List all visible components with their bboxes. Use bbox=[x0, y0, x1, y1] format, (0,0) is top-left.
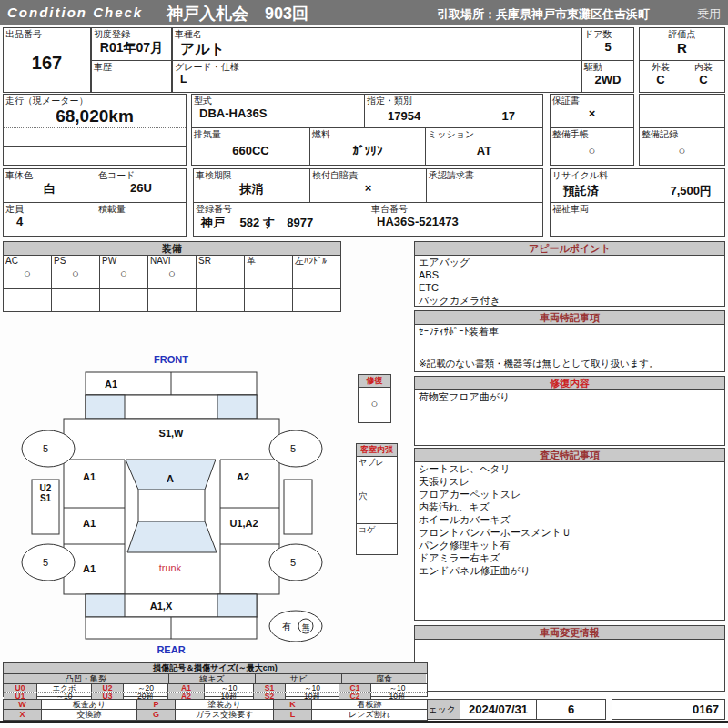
maintenance-record-box: 整備記録 ○ bbox=[639, 94, 725, 166]
pickup-location: 引取場所：兵庫県神戸市東灘区住吉浜町 bbox=[437, 6, 650, 23]
model-name-box: 車種名 アルト グレード・仕様 L bbox=[172, 27, 581, 93]
assessment-line: エンドパネル修正曲がり bbox=[415, 564, 724, 577]
insurance-label: 検付自賠責 bbox=[310, 169, 426, 181]
equip-mark-pw: ○ bbox=[100, 267, 147, 280]
registration-number-label: 登録番号 bbox=[194, 203, 369, 215]
bottom-rule bbox=[0, 721, 728, 723]
first-registration-label: 初度登録 bbox=[92, 28, 171, 40]
body-color-label: 車体色 bbox=[4, 169, 96, 181]
inspection-value: 抹消 bbox=[194, 181, 309, 197]
mark-left-strip-s1: S1 bbox=[40, 493, 52, 503]
lot-number-label: 出品番号 bbox=[4, 28, 90, 40]
mark-wheel-front-right: 5 bbox=[290, 443, 296, 454]
doors-drive-box: ドア数 5 駆動 2WD bbox=[581, 27, 634, 93]
insurance-value: × bbox=[310, 181, 426, 195]
condition-check-sheet: Condition Check 神戸入札会 903回 引取場所：兵庫県神戸市東灘… bbox=[0, 0, 728, 728]
assessment-line: ドアミラー右キズ bbox=[415, 551, 724, 564]
registration-number-value: 神戸 582 す 8977 bbox=[194, 215, 369, 231]
vehicle-class: 乗用 bbox=[697, 6, 721, 23]
spec-box: 型式 DBA-HA36S 指定・類別 17954 17 排気量 660CC 燃料… bbox=[191, 94, 543, 166]
recycle-box: リサイクル料 預託済 7,500円 福祉車両 bbox=[550, 168, 725, 237]
equip-mark-ps: ○ bbox=[52, 267, 99, 280]
grade-label: グレード・仕様 bbox=[173, 61, 581, 73]
chassis-number-value: HA36S-521473 bbox=[369, 215, 542, 228]
mark-wheel-front-left: 5 bbox=[43, 443, 48, 454]
score-value: R bbox=[640, 40, 724, 56]
header-bar: Condition Check 神戸入札会 903回 引取場所：兵庫県神戸市東灘… bbox=[0, 0, 728, 25]
damage-legend-title: 損傷記号＆損傷サイズ(～最大cm) bbox=[4, 663, 427, 674]
legend-code: C1 bbox=[339, 684, 371, 692]
interior-label: 内装 bbox=[682, 61, 724, 73]
spare-present-label: 有 bbox=[282, 622, 291, 632]
mark-left-fender: A1 bbox=[83, 471, 96, 482]
displacement-value: 660CC bbox=[192, 144, 309, 157]
chassis-number-label: 車台番号 bbox=[369, 203, 542, 215]
mileage-label: 走行（現メーター） bbox=[4, 95, 186, 106]
fuel-label: 燃料 bbox=[310, 128, 425, 140]
code-desc: 看板跡 bbox=[312, 700, 427, 709]
warranty-box: 保証書 × 整備手帳 ○ bbox=[550, 94, 634, 166]
equip-mark-navi: ○ bbox=[148, 267, 196, 280]
code-letter: K bbox=[274, 700, 312, 709]
code-letter: P bbox=[137, 700, 176, 709]
capacity-label: 定員 bbox=[4, 203, 96, 215]
legend-desc: ～10 bbox=[205, 684, 254, 692]
transmission-value: AT bbox=[426, 144, 542, 157]
code-letter: G bbox=[137, 710, 176, 720]
vehicle-changes-title: 車両変更情報 bbox=[415, 626, 724, 640]
color-code-label: 色コード bbox=[96, 169, 186, 181]
vehicle-notes-footer: ※記載のない書類・機器等は無しとして取り扱います。 bbox=[415, 357, 662, 369]
drive-label: 駆動 bbox=[582, 61, 633, 73]
vehicle-changes-panel: 車両変更情報 bbox=[414, 625, 725, 692]
transmission-label: ミッション bbox=[426, 128, 542, 140]
model-name-label: 車種名 bbox=[173, 28, 581, 40]
legend-code: U0 bbox=[4, 684, 37, 692]
code-desc: レンズ割れ bbox=[312, 710, 427, 720]
damage-codes-table: W 板金あり P 塗装あり K 看板跡 X 交換跡 G ガラス交換要す L レン… bbox=[3, 699, 428, 721]
appeal-points-panel: アピールポイント エアバッグ ABS ETC バックカメラ付き bbox=[414, 241, 725, 307]
assessment-notes-panel: 査定特記事項 シートスレ、ヘタリ 天張りスレ フロアカーペットスレ 内装汚れ、キ… bbox=[414, 448, 725, 621]
cabin-lining-box: 客室内張 ヤブレ 穴 コゲ bbox=[356, 443, 398, 555]
model-code-label: 型式 bbox=[192, 95, 364, 106]
first-registration-box: 初度登録 R01年07月 車歴 bbox=[91, 27, 172, 93]
code-desc: 交換跡 bbox=[42, 710, 137, 720]
repair-details-panel: 修復内容 荷物室フロア曲がり bbox=[414, 376, 725, 446]
spare-absent-label: 無 bbox=[302, 622, 310, 632]
equip-label-leather: 革 bbox=[245, 255, 292, 267]
maintenance-record-label: 整備記録 bbox=[640, 128, 724, 140]
vehicle-notes-line: ｾｰﾌﾃｨｻﾎﾟｰﾄ装着車 bbox=[415, 325, 724, 338]
equip-label-sr: SR bbox=[197, 255, 244, 267]
repair-flag-title: 修復 bbox=[359, 375, 390, 388]
legend-desc: ～10 bbox=[371, 684, 423, 692]
legend-code: U2 bbox=[92, 684, 124, 692]
doors-value: 5 bbox=[582, 40, 633, 54]
mark-left-quarter: A1 bbox=[83, 563, 96, 574]
code-desc: 板金あり bbox=[42, 700, 137, 709]
front-label: FRONT bbox=[154, 354, 188, 365]
assessment-notes-title: 査定特記事項 bbox=[415, 449, 724, 462]
cabin-row-tear: ヤブレ bbox=[357, 457, 397, 469]
assessment-line: シートスレ、ヘタリ bbox=[415, 462, 724, 475]
capacity-value: 4 bbox=[4, 215, 96, 228]
check-serial-box: 0167 bbox=[612, 699, 725, 720]
cabin-lining-title: 客室内張 bbox=[357, 444, 397, 457]
maintenance-record-value: ○ bbox=[640, 144, 724, 157]
check-date-box: 2024/07/31 6 bbox=[460, 699, 606, 720]
class-number: 17 bbox=[502, 109, 515, 123]
car-damage-diagram: FRONT A1 S1,W A A1 A2 A1 U1,A2 A1 trun bbox=[0, 350, 346, 664]
recycle-fee: 7,500円 bbox=[670, 183, 712, 199]
equip-mark-ac: ○ bbox=[4, 267, 51, 280]
legend-desc: エクボ bbox=[37, 684, 92, 692]
check-serial: 0167 bbox=[612, 700, 724, 719]
auction-title: 神戸入札会 903回 bbox=[167, 3, 308, 25]
equipment-empty-row bbox=[4, 289, 340, 311]
first-registration-value: R01年07月 bbox=[92, 40, 171, 56]
mileage-box: 走行（現メーター） 68,020km bbox=[3, 94, 187, 166]
mark-right-fender: A2 bbox=[237, 471, 249, 482]
lot-number-value: 167 bbox=[4, 53, 90, 74]
vehicle-notes-title: 車両特記事項 bbox=[415, 311, 724, 325]
legend-group-scratches: 線キズ bbox=[169, 674, 256, 683]
legend-desc: ～10 bbox=[286, 684, 339, 692]
repair-flag-box: 修復 ○ bbox=[358, 374, 391, 423]
maintenance-book-value: ○ bbox=[551, 144, 633, 157]
